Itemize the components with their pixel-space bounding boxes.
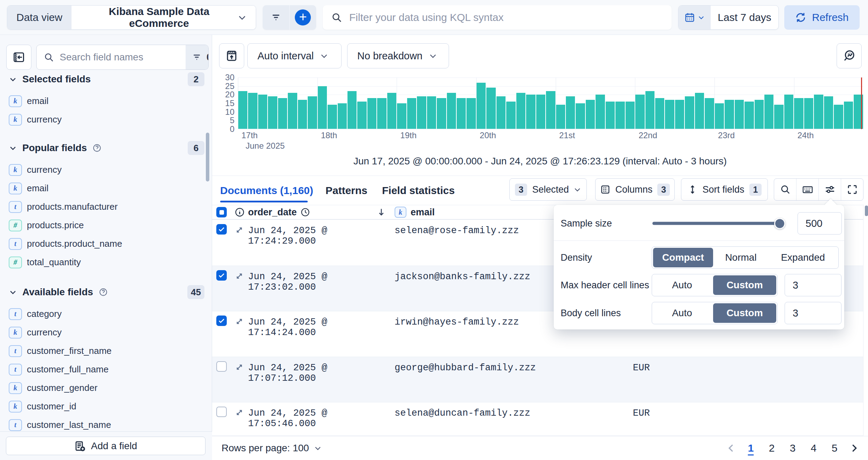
histogram-bar[interactable] xyxy=(248,93,257,129)
page-5[interactable]: 5 xyxy=(826,440,843,456)
collapse-sidebar-button[interactable] xyxy=(6,45,31,70)
expand-row-icon[interactable] xyxy=(234,408,248,417)
histogram-bar[interactable] xyxy=(486,88,495,129)
histogram-bar[interactable] xyxy=(526,95,535,129)
histogram-bar[interactable] xyxy=(635,95,644,129)
field-filter-button[interactable]: 0 xyxy=(186,45,209,69)
histogram-bar[interactable] xyxy=(586,100,595,129)
keyboard-shortcuts-button[interactable] xyxy=(796,179,818,200)
breakdown-select[interactable]: No breakdown xyxy=(347,43,449,68)
histogram-bar[interactable] xyxy=(735,100,744,129)
time-range-button[interactable]: Last 7 days xyxy=(711,6,778,29)
expand-row-icon[interactable] xyxy=(234,362,248,372)
histogram-bar[interactable] xyxy=(744,102,754,129)
histogram-bar[interactable] xyxy=(516,93,525,129)
add-filter-button[interactable]: + xyxy=(290,5,316,30)
histogram-bar[interactable] xyxy=(794,98,803,129)
search-in-table-button[interactable] xyxy=(774,179,796,200)
field-item[interactable]: kcustomer_gender xyxy=(0,379,212,397)
histogram-bar[interactable] xyxy=(318,86,327,129)
field-item[interactable]: kemail xyxy=(0,92,212,110)
previous-page-button[interactable] xyxy=(724,440,738,456)
row-checkbox[interactable] xyxy=(216,224,227,235)
next-page-button[interactable] xyxy=(847,440,861,456)
fullscreen-button[interactable] xyxy=(841,179,863,200)
field-item[interactable]: tcategory xyxy=(0,305,212,323)
expand-row-icon[interactable] xyxy=(234,225,248,235)
histogram-bar[interactable] xyxy=(536,95,545,129)
field-item[interactable]: tproducts.product_name xyxy=(0,235,212,253)
histogram-bar[interactable] xyxy=(308,96,317,129)
histogram-bar[interactable] xyxy=(367,98,376,129)
histogram-bar[interactable] xyxy=(665,100,674,129)
histogram-bar[interactable] xyxy=(288,93,297,129)
field-item[interactable]: #total_quantity xyxy=(0,253,212,272)
grid-scrollbar[interactable] xyxy=(865,206,868,216)
histogram-bar[interactable] xyxy=(466,98,476,129)
histogram-bar[interactable] xyxy=(477,83,486,129)
histogram-bar[interactable] xyxy=(814,95,823,129)
histogram-bar[interactable] xyxy=(566,96,575,129)
row-checkbox[interactable] xyxy=(216,407,227,417)
page-4[interactable]: 4 xyxy=(805,440,822,456)
histogram-bar[interactable] xyxy=(596,95,605,129)
section-header-available[interactable]: Available fields45 xyxy=(0,284,212,301)
histogram-bar[interactable] xyxy=(705,98,714,129)
histogram-bar[interactable] xyxy=(626,102,635,129)
histogram-bar[interactable] xyxy=(338,103,347,129)
histogram-bar[interactable] xyxy=(655,98,664,129)
histogram-bar[interactable] xyxy=(804,98,813,129)
histogram-bar[interactable] xyxy=(377,98,386,129)
table-row[interactable]: Jun 24, 2025 @ 17:05:46.000selena@duncan… xyxy=(212,402,863,436)
density-option-expanded[interactable]: Expanded xyxy=(768,247,838,268)
histogram-bar[interactable] xyxy=(437,98,446,129)
page-1[interactable]: 1 xyxy=(742,440,759,456)
sort-fields-button[interactable]: Sort fields 1 xyxy=(681,178,768,201)
interval-select[interactable]: Auto interval xyxy=(247,43,342,68)
histogram-bar[interactable] xyxy=(506,102,515,129)
histogram-bar[interactable] xyxy=(695,93,704,129)
field-item[interactable]: kcurrency xyxy=(0,161,212,179)
histogram-bar[interactable] xyxy=(407,98,416,129)
tab-documents[interactable]: Documents (1,160) xyxy=(220,183,313,198)
histogram-bar[interactable] xyxy=(387,93,396,129)
row-checkbox[interactable] xyxy=(216,361,227,372)
histogram-bar[interactable] xyxy=(417,96,426,129)
histogram-bar[interactable] xyxy=(328,105,337,129)
page-2[interactable]: 2 xyxy=(763,440,780,456)
histogram-bar[interactable] xyxy=(457,98,466,129)
rows-per-page-button[interactable]: Rows per page: 100 xyxy=(222,443,322,454)
table-row[interactable]: Jun 24, 2025 @ 17:07:12.000george@hubbar… xyxy=(212,357,863,402)
refresh-button[interactable]: Refresh xyxy=(784,5,860,30)
section-header-selected[interactable]: Selected fields2 xyxy=(0,71,212,88)
field-search-input[interactable] xyxy=(60,52,186,63)
sidebar-scrollbar[interactable] xyxy=(206,133,209,181)
histogram-bar[interactable] xyxy=(238,91,247,129)
selected-documents-button[interactable]: 3 Selected xyxy=(509,178,587,201)
date-quick-select-button[interactable] xyxy=(679,6,711,29)
histogram-bar[interactable] xyxy=(258,95,267,129)
histogram-bar[interactable] xyxy=(675,100,684,129)
histogram-bar[interactable] xyxy=(447,93,456,129)
section-header-popular[interactable]: Popular fields6 xyxy=(0,140,212,156)
select-all-checkbox[interactable] xyxy=(216,207,227,217)
field-item[interactable]: kemail xyxy=(0,179,212,198)
header-lines-input[interactable] xyxy=(785,274,841,296)
field-item[interactable]: tcustomer_first_name xyxy=(0,342,212,360)
histogram-bar[interactable] xyxy=(764,95,773,129)
histogram-bar[interactable] xyxy=(715,103,724,129)
field-item[interactable]: tproducts.manufacturer xyxy=(0,198,212,216)
histogram-bar[interactable] xyxy=(397,103,406,129)
tab-patterns[interactable]: Patterns xyxy=(326,183,367,198)
body-lines-input[interactable] xyxy=(785,302,841,324)
histogram-bar[interactable] xyxy=(298,100,307,129)
density-option-compact[interactable]: Compact xyxy=(653,248,713,267)
field-item[interactable]: tcustomer_full_name xyxy=(0,360,212,379)
sample-size-input[interactable] xyxy=(798,212,842,235)
expand-row-icon[interactable] xyxy=(234,271,248,281)
histogram-bar[interactable] xyxy=(606,102,615,129)
saved-query-menu-button[interactable] xyxy=(263,5,289,30)
histogram-bar[interactable] xyxy=(645,91,654,129)
histogram-bar[interactable] xyxy=(546,91,555,129)
hide-chart-button[interactable] xyxy=(219,43,244,68)
